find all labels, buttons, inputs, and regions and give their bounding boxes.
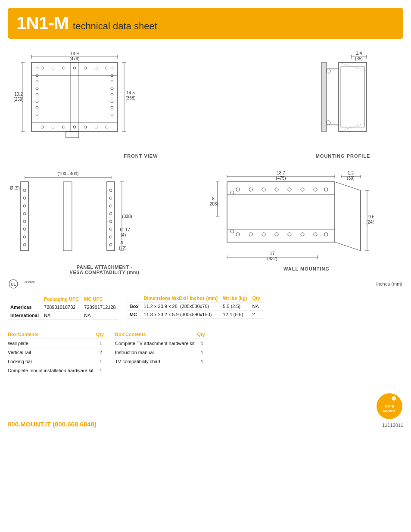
dims-value: 11.8 x 23.2 x 5.9 (300x590x150) — [141, 311, 221, 319]
box-item-name: Wall plate — [8, 339, 96, 348]
svg-text:(203): (203) — [210, 202, 218, 206]
dims-wt: 5.5 (2.5) — [220, 302, 249, 311]
svg-point-23 — [111, 106, 113, 109]
svg-point-73 — [23, 212, 26, 215]
svg-text:9.6: 9.6 — [368, 215, 374, 219]
panel-attachment-diagram: (100 - 400) — [8, 169, 201, 275]
svg-rect-56 — [341, 67, 364, 127]
dims-wt-header: Wt lbs (kg) — [220, 294, 249, 302]
box-right-qty-header: Qty — [197, 330, 208, 339]
front-view-diagram: 18.9 (479) — [8, 47, 274, 159]
svg-rect-8 — [70, 62, 79, 131]
svg-point-14 — [36, 100, 38, 103]
box-item-qty: 1 — [96, 339, 106, 348]
svg-point-83 — [109, 228, 112, 230]
svg-text:(30): (30) — [347, 176, 355, 180]
upc-packaging-value: 728901018732 — [41, 303, 81, 311]
svg-text:(475): (475) — [276, 176, 286, 180]
svg-text:Ø (9): Ø (9) — [10, 186, 20, 190]
svg-text:14.5: 14.5 — [126, 90, 135, 95]
svg-point-11 — [36, 81, 38, 83]
svg-point-26 — [52, 126, 54, 128]
svg-point-16 — [36, 113, 38, 115]
footer-phone: 800.MOUNT.IT (800.668.6848) — [8, 420, 97, 428]
upc-packaging-header: Packaging UPC — [41, 294, 81, 303]
box-contents-right-wrapper: Box Contents Qty Complete TV attachment … — [115, 330, 208, 375]
svg-text:(368): (368) — [125, 96, 135, 100]
svg-point-71 — [23, 197, 26, 199]
box-left-title: Box Contents — [8, 330, 96, 339]
svg-line-126 — [335, 242, 361, 251]
box-contents-left-table: Box Contents Qty Wall plate 1 Vertical r… — [8, 330, 106, 375]
svg-text:UL: UL — [11, 282, 16, 286]
inches-note: inches (mm) — [376, 281, 402, 286]
svg-point-21 — [111, 93, 113, 96]
svg-point-120 — [275, 233, 278, 236]
svg-point-82 — [109, 220, 112, 223]
upc-mc-value: NA — [81, 311, 118, 320]
svg-text:18.9: 18.9 — [70, 51, 79, 56]
svg-point-24 — [111, 113, 113, 115]
diagrams-row-1: 18.9 (479) — [8, 47, 403, 159]
box-left-item: Complete mount installation hardware kit… — [8, 366, 106, 375]
box-item-name: Locking bar — [8, 357, 96, 366]
svg-point-22 — [111, 100, 113, 103]
svg-rect-59 — [321, 62, 327, 131]
footer-doc-number: 11112011 — [382, 423, 403, 428]
svg-rect-68 — [21, 182, 28, 251]
svg-point-28 — [73, 126, 76, 128]
svg-point-149 — [392, 396, 396, 401]
svg-text:R .17: R .17 — [120, 227, 130, 232]
svg-rect-69 — [107, 182, 115, 251]
omni-mount-logo: OMNI MOUNT — [376, 392, 403, 420]
svg-point-76 — [23, 236, 26, 238]
mounting-profile-diagram: 1.4 (35) MOUNTING PROFI — [283, 47, 403, 159]
box-item-name: Complete mount installation hardware kit — [8, 366, 96, 375]
dims-table: Dimensions WxDxH inches (mm) Wt lbs (kg)… — [127, 294, 263, 319]
dims-table-row: Box 11.2 x 20.9 x 28. (285x530x70) 5.5 (… — [127, 302, 263, 311]
svg-point-111 — [262, 188, 265, 191]
svg-text:(245): (245) — [366, 220, 374, 224]
mounting-profile-label: MOUNTING PROFILE — [283, 153, 403, 159]
svg-point-13 — [36, 93, 38, 96]
svg-point-84 — [109, 236, 112, 238]
box-contents-left-wrapper: Box Contents Qty Wall plate 1 Vertical r… — [8, 330, 106, 375]
model-number: 1N1-M — [16, 13, 68, 34]
dims-qty-header: Qty — [250, 294, 263, 302]
panel-attachment-label: PANEL ATTACHMENT - — [77, 264, 132, 270]
svg-point-33 — [52, 67, 54, 69]
page-title: technical data sheet — [73, 21, 157, 32]
box-item-qty: 1 — [197, 339, 208, 348]
svg-point-123 — [314, 233, 317, 236]
svg-text:8: 8 — [212, 196, 215, 201]
svg-text:.9: .9 — [120, 240, 124, 245]
svg-text:(432): (432) — [267, 256, 277, 261]
svg-point-118 — [249, 233, 252, 236]
svg-rect-95 — [63, 182, 72, 251]
dims-label-header — [127, 294, 141, 302]
svg-text:us listed: us listed — [24, 280, 34, 283]
svg-text:(35): (35) — [355, 56, 363, 61]
box-item-name: Vertical rail — [8, 348, 96, 357]
upc-table-row: Americas 728901018732 728901712128 — [8, 303, 118, 311]
box-right-item: Complete TV attachment hardware kit 1 — [115, 339, 208, 348]
svg-text:MOUNT: MOUNT — [383, 409, 395, 413]
panel-attachment-label2: VESA COMPATABILITY (mm) — [70, 270, 140, 275]
svg-text:17: 17 — [270, 251, 275, 256]
upc-packaging-value: NA — [41, 311, 81, 320]
svg-point-35 — [73, 67, 76, 69]
upc-mc-value: 728901712128 — [81, 303, 118, 311]
svg-point-116 — [324, 188, 328, 191]
svg-point-117 — [236, 233, 240, 236]
svg-point-30 — [95, 126, 97, 128]
svg-rect-49 — [66, 131, 79, 138]
box-contents-section: Box Contents Qty Wall plate 1 Vertical r… — [8, 330, 403, 375]
wall-mounting-label: WALL MOUNTING — [210, 266, 403, 271]
upc-mc-header: MC UPC — [81, 294, 118, 303]
svg-point-74 — [23, 220, 26, 223]
svg-point-34 — [62, 67, 65, 69]
svg-point-114 — [301, 188, 304, 191]
svg-point-119 — [262, 233, 265, 236]
dims-dims-header: Dimensions WxDxH inches (mm) — [141, 294, 221, 302]
svg-point-78 — [109, 189, 112, 192]
